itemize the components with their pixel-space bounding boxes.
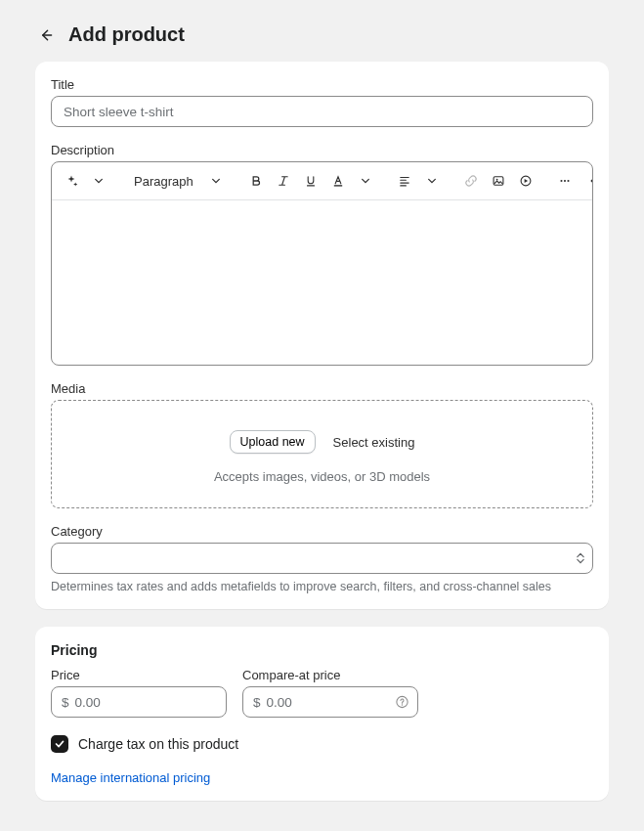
- compare-price-input[interactable]: [267, 695, 408, 710]
- underline-icon: [304, 174, 318, 188]
- charge-tax-row: Charge tax on this product: [51, 735, 593, 753]
- underline-button[interactable]: [299, 168, 322, 194]
- page-title: Add product: [68, 23, 185, 46]
- text-color-button[interactable]: [326, 168, 350, 194]
- pricing-card: Pricing Price $ Compare-at price $ Charg…: [35, 627, 609, 801]
- compare-price-help[interactable]: [395, 695, 409, 710]
- italic-icon: [277, 174, 290, 188]
- title-label: Title: [51, 77, 593, 92]
- svg-point-8: [402, 704, 403, 705]
- compare-currency: $: [253, 695, 261, 710]
- svg-point-4: [560, 180, 562, 182]
- align-menu[interactable]: [420, 168, 444, 194]
- select-arrows-icon: [577, 552, 584, 564]
- paragraph-style-label: Paragraph: [134, 174, 193, 189]
- bold-icon: [249, 174, 263, 188]
- svg-point-6: [567, 180, 569, 182]
- back-button[interactable]: [35, 24, 57, 46]
- check-icon: [54, 738, 65, 750]
- ai-assist-button[interactable]: [60, 168, 83, 194]
- category-help-text: Determines tax rates and adds metafields…: [51, 580, 593, 593]
- italic-button[interactable]: [272, 168, 295, 194]
- price-input-wrap: $: [51, 686, 227, 718]
- media-label: Media: [51, 381, 593, 396]
- paragraph-style-select[interactable]: Paragraph: [126, 168, 229, 194]
- product-details-card: Title Description Paragraph: [35, 62, 609, 609]
- image-button[interactable]: [487, 168, 510, 194]
- price-input[interactable]: [75, 695, 216, 710]
- description-editor: Paragraph: [51, 161, 593, 366]
- price-currency: $: [62, 695, 69, 710]
- description-label: Description: [51, 143, 593, 157]
- link-button[interactable]: [459, 168, 483, 194]
- video-button[interactable]: [514, 168, 537, 194]
- media-dropzone[interactable]: Upload new Select existing Accepts image…: [51, 400, 593, 508]
- category-label: Category: [51, 524, 593, 539]
- price-row: Price $ Compare-at price $: [51, 668, 593, 718]
- link-icon: [464, 174, 478, 188]
- chevron-down-icon: [94, 176, 104, 186]
- sparkle-icon: [64, 174, 78, 188]
- chevron-down-icon: [361, 176, 370, 186]
- text-color-menu[interactable]: [354, 168, 377, 194]
- pricing-section-title: Pricing: [51, 642, 593, 658]
- title-input[interactable]: [51, 96, 593, 127]
- manage-international-pricing-link[interactable]: Manage international pricing: [51, 770, 210, 785]
- svg-rect-0: [334, 185, 342, 186]
- image-icon: [492, 174, 505, 188]
- svg-point-5: [564, 180, 566, 182]
- code-icon: [588, 174, 593, 188]
- video-icon: [519, 174, 533, 188]
- category-select[interactable]: [51, 543, 593, 574]
- rte-toolbar: Paragraph: [52, 162, 592, 200]
- media-actions: Upload new Select existing: [230, 430, 415, 454]
- charge-tax-checkbox[interactable]: [51, 735, 68, 753]
- bold-button[interactable]: [244, 168, 268, 194]
- chevron-down-icon: [211, 176, 221, 186]
- more-button[interactable]: [553, 168, 577, 194]
- select-existing-button[interactable]: Select existing: [333, 435, 415, 450]
- description-body[interactable]: [52, 200, 592, 365]
- code-view-button[interactable]: [584, 168, 593, 194]
- compare-price-label: Compare-at price: [242, 668, 418, 682]
- text-color-icon: [331, 174, 345, 188]
- align-button[interactable]: [393, 168, 416, 194]
- compare-price-input-wrap: $: [242, 686, 418, 718]
- chevron-down-icon: [427, 176, 437, 186]
- charge-tax-label: Charge tax on this product: [78, 736, 238, 752]
- arrow-left-icon: [38, 27, 54, 43]
- ai-assist-menu[interactable]: [87, 168, 110, 194]
- svg-rect-1: [494, 177, 503, 185]
- align-left-icon: [398, 174, 411, 188]
- upload-new-button[interactable]: Upload new: [230, 430, 316, 454]
- price-label: Price: [51, 668, 227, 682]
- more-horizontal-icon: [557, 174, 573, 188]
- media-hint: Accepts images, videos, or 3D models: [214, 469, 430, 484]
- help-circle-icon: [395, 695, 409, 710]
- page-header: Add product: [0, 0, 644, 62]
